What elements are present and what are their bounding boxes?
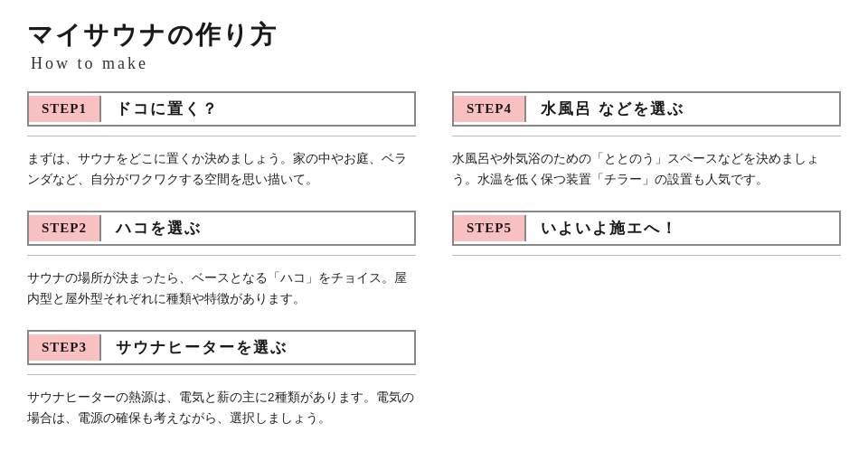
step2-header: STEP2 ハコを選ぶ [27, 211, 416, 246]
step5-title: いよいよ施エへ！ [526, 212, 693, 244]
step3-label: STEP3 [29, 334, 101, 361]
step3-body: サウナヒーターの熱源は、電気と薪の主に2種類があります。電気の場合は、電源の確保… [27, 388, 416, 429]
step1-label: STEP1 [29, 96, 101, 122]
step1-title: ドコに置く？ [101, 93, 233, 125]
step4-body: 水風呂や外気浴のための「ととのう」スペースなどを決めましょう。水温を低く保つ装置… [452, 149, 841, 191]
step5-block: STEP5 いよいよ施エへ！ [452, 211, 841, 268]
left-column: STEP1 ドコに置く？ まずは、サウナをどこに置くか決めましょう。家の中やお庭… [27, 91, 416, 449]
page-title-jp: マイサウナの作り方 [27, 18, 841, 52]
step2-divider [27, 255, 416, 256]
step1-body: まずは、サウナをどこに置くか決めましょう。家の中やお庭、ベランダなど、自分がワク… [27, 149, 416, 191]
step2-body: サウナの場所が決まったら、ベースとなる「ハコ」をチョイス。屋内型と屋外型それぞれ… [27, 268, 416, 310]
step4-divider [452, 136, 841, 136]
step3-title: サウナヒーターを選ぶ [101, 332, 302, 363]
step4-label: STEP4 [454, 96, 526, 122]
step1-divider [27, 136, 416, 136]
step5-divider [452, 255, 841, 256]
page-title-en: How to make [27, 54, 841, 73]
step5-label: STEP5 [454, 215, 526, 241]
step5-header: STEP5 いよいよ施エへ！ [452, 211, 841, 246]
step2-title: ハコを選ぶ [101, 212, 216, 244]
step1-header: STEP1 ドコに置く？ [27, 91, 416, 127]
step3-header: STEP3 サウナヒーターを選ぶ [27, 330, 416, 365]
step3-block: STEP3 サウナヒーターを選ぶ サウナヒーターの熱源は、電気と薪の主に2種類が… [27, 330, 416, 429]
steps-grid: STEP1 ドコに置く？ まずは、サウナをどこに置くか決めましょう。家の中やお庭… [27, 91, 841, 449]
step4-title: 水風呂 などを選ぶ [526, 93, 699, 125]
step4-header: STEP4 水風呂 などを選ぶ [452, 91, 841, 127]
step2-block: STEP2 ハコを選ぶ サウナの場所が決まったら、ベースとなる「ハコ」をチョイス… [27, 211, 416, 310]
right-column: STEP4 水風呂 などを選ぶ 水風呂や外気浴のための「ととのう」スペースなどを… [452, 91, 841, 449]
step4-block: STEP4 水風呂 などを選ぶ 水風呂や外気浴のための「ととのう」スペースなどを… [452, 91, 841, 191]
step1-block: STEP1 ドコに置く？ まずは、サウナをどこに置くか決めましょう。家の中やお庭… [27, 91, 416, 191]
step3-divider [27, 374, 416, 375]
step2-label: STEP2 [29, 215, 101, 241]
